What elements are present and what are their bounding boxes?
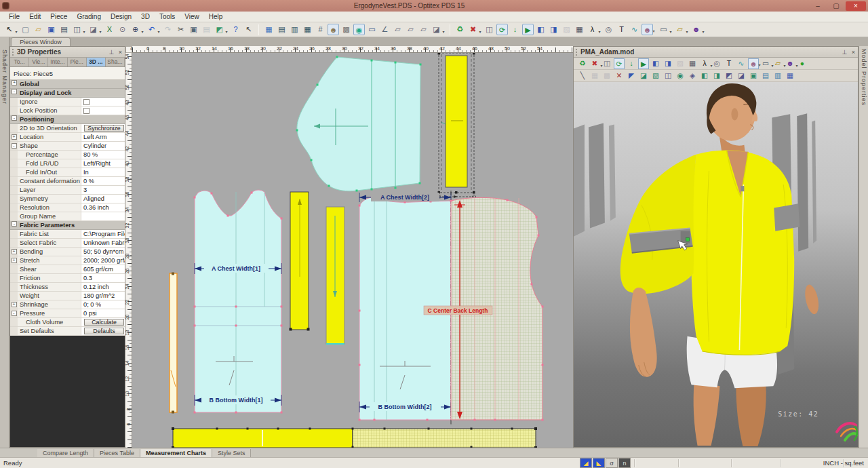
minimize-button[interactable]: – [809,1,827,11]
property-stretch[interactable]: +Stretch2000; 2000 grf/cm [10,256,125,265]
pattern-piece-front[interactable]: A Chest Width[1] B Bottom Width[1] [194,190,283,413]
close-icon[interactable]: × [116,49,125,56]
property-value[interactable]: 180 gr/m^2 [81,292,125,300]
paint-texture-icon[interactable]: ◉ [675,71,686,81]
uv-editor-icon[interactable]: ▦ [785,71,795,81]
box-front-icon[interactable]: ◧ [535,24,547,35]
excel-export-icon[interactable]: X [104,24,115,35]
property-cloth-volume[interactable]: Cloth VolumeCalculate [10,318,125,327]
property-location[interactable]: +LocationLeft Arm [10,133,125,142]
dropdown-caret-icon[interactable]: ▾ [652,28,656,34]
close-button[interactable]: × [846,1,866,11]
fabric-window-icon[interactable]: ▩ [340,24,352,35]
new-document-icon[interactable]: ▢ [20,24,31,35]
zoom-tool-icon[interactable]: ⊕▾ [130,24,141,35]
pieces-thumbnails-icon[interactable]: ▦ [263,24,275,35]
cube-rotate-icon[interactable]: ◩ [724,71,734,81]
properties-tab-sha[interactable]: Sha... [106,58,125,66]
tab-style-sets[interactable]: Style Sets [212,449,252,457]
3d-panel-header[interactable]: PMA_Adam.mod ⊥ × [574,47,858,58]
cut-icon[interactable]: ✂ [175,24,186,35]
pose-model-icon[interactable]: λ▾ [699,58,710,69]
morph-avatar-icon[interactable]: ☻▾ [785,58,795,69]
3d-window-icon[interactable]: ◫ [484,24,495,35]
avatar-manager-icon[interactable]: ☻▾ [642,24,653,35]
lock-position-checkbox[interactable] [83,108,90,114]
properties-tab-3d[interactable]: 3D ... [87,58,106,66]
expand-icon[interactable]: + [12,80,17,85]
3d-viewport[interactable]: Size: 42 [574,82,858,447]
cloth-volume-button[interactable]: Calculate [84,319,124,326]
pattern-piece-selected-strip[interactable] [437,53,476,199]
import-3d-icon[interactable]: ↓ [509,24,521,35]
cube-offset-icon[interactable]: ▣ [748,71,759,81]
avatar-window-icon[interactable]: ☻ [328,24,339,35]
properties-tab-to[interactable]: To... [10,58,29,66]
material-sphere-icon[interactable]: ● [797,58,808,69]
property-value[interactable]: In [81,168,125,176]
render-icon[interactable]: ◎ [711,58,722,69]
property-value[interactable]: Left Arm [81,133,125,141]
menu-tools[interactable]: Tools [155,12,180,22]
properties-panel-header[interactable]: 3D Properties ⊥ × [10,47,125,58]
property-ignore[interactable]: Ignore [10,98,125,106]
pattern-piece-strip-1[interactable] [290,192,310,331]
property-resolution[interactable]: Resolution0.36 inch [10,203,125,212]
property-pressure[interactable]: -Pressure0 psi [10,309,125,318]
open-model-icon[interactable]: ▱▾ [674,24,686,35]
2d-to-3d-orientation-button[interactable]: Synchronize [84,125,124,132]
dropdown-caret-icon[interactable]: ▾ [98,29,102,35]
view-front-icon[interactable]: ◧ [650,58,661,69]
cube-unwrap-icon[interactable]: ◨ [711,71,722,81]
expand-icon[interactable]: + [12,249,17,254]
design-macro-icon[interactable]: ◩▾ [214,24,225,35]
export-model-icon[interactable]: ▭▾ [658,24,669,35]
sigma-toggle-icon[interactable]: σ [606,458,618,468]
property-value[interactable]: 0.36 inch [81,203,125,212]
title-bar[interactable]: ErgodyneVest.PDS - Optitex PDS 15 – ▢ × [0,0,868,12]
pin-cloth-icon[interactable]: ◈ [687,71,698,81]
model-properties-tab[interactable]: Model Properties [859,46,868,448]
walkthrough-icon[interactable]: λ▾ [587,24,598,35]
menu-piece[interactable]: Piece [45,12,72,22]
expand-icon[interactable]: - [12,221,17,227]
avatar-select-icon[interactable]: ☻▾ [748,58,759,69]
shader-manager-tab[interactable]: Shader Manager [0,37,9,448]
property-symmetry[interactable]: SymmetryAligned [10,195,125,203]
cube-map-icon[interactable]: ◧ [699,71,710,81]
open-avatar-icon[interactable]: ▱▾ [772,58,783,69]
property-value[interactable]: 50; 50 dyn*cm [81,248,125,256]
select-3d-icon[interactable]: ◤ [626,71,637,81]
property-value[interactable]: Cylinder [81,142,125,150]
pattern-piece-strip-2[interactable] [326,207,344,344]
context-help-icon[interactable]: ↖ [243,24,254,35]
property-value[interactable]: 0 psi [81,309,125,317]
dropdown-caret-icon[interactable]: ▾ [669,29,673,35]
property-set-defaults[interactable]: Set DefaultsDefaults [10,327,125,336]
pattern-piece-sleeve[interactable] [296,56,451,192]
wind-3d-icon[interactable]: ∿ [736,58,747,69]
property-value[interactable]: 0 % [81,177,125,185]
dropdown-caret-icon[interactable]: ▾ [478,29,482,35]
tile-texture-icon[interactable]: ▥ [772,71,783,81]
category-positioning[interactable]: -Positioning [10,115,125,124]
pieces-table-icon[interactable]: ▤ [276,24,288,35]
close-icon[interactable]: × [849,49,858,56]
model-window-icon[interactable]: ◫ [601,58,612,69]
pattern-piece-binding-strip[interactable] [170,273,177,414]
piece-tool-4-icon[interactable]: ◪▾ [431,24,442,35]
dropdown-caret-icon[interactable]: ▾ [701,29,705,35]
tab-pieces-table[interactable]: Pieces Table [94,449,140,457]
save-file-icon[interactable]: ▣ [45,24,57,35]
edit-surface-icon[interactable]: ◪ [638,71,649,81]
property-value[interactable]: Aligned [81,195,125,203]
dropdown-caret-icon[interactable]: ▾ [157,29,161,35]
sync-2d-3d-icon[interactable]: ⟳ [496,24,508,35]
property-group-name[interactable]: Group Name [10,212,125,221]
property-value[interactable]: 0.3 [81,274,125,282]
place-box-icon[interactable]: ◫ [663,71,673,81]
grading-table-icon[interactable]: ▥ [289,24,300,35]
dropdown-caret-icon[interactable]: ▾ [82,29,86,35]
property-value[interactable]: Defaults [81,327,125,335]
measurements-table-icon[interactable]: ▦ [302,24,313,35]
